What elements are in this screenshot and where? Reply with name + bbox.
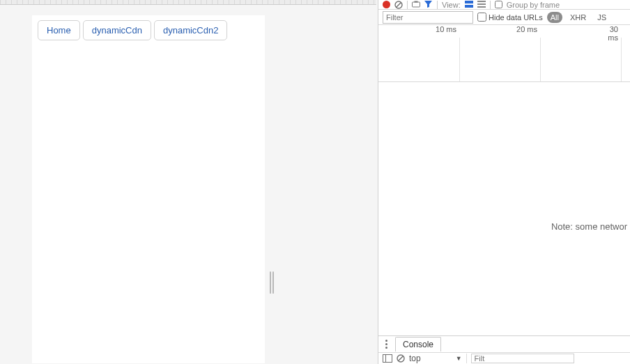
tab-console[interactable]: Console: [395, 337, 441, 351]
view-large-icon[interactable]: [465, 1, 473, 9]
record-icon[interactable]: [383, 1, 390, 8]
tab-dynamiccdn2[interactable]: dynamicCdn2: [154, 20, 228, 40]
context-label: top: [409, 354, 421, 363]
devtools-panel: View: Group by frame Hide data URLs All …: [378, 0, 630, 364]
view-label: View:: [442, 1, 461, 9]
network-toolbar: View: Group by frame: [378, 0, 630, 10]
hide-data-urls-label: Hide data URLs: [489, 13, 543, 22]
resize-handle[interactable]: [268, 271, 276, 294]
app-tabbar: Home dynamicCdn dynamicCdn2: [32, 15, 265, 40]
context-selector[interactable]: top ▼: [409, 354, 467, 363]
drawer-tabbar: Console: [378, 336, 630, 353]
svg-rect-7: [477, 3, 486, 5]
console-toolbar: top ▼: [378, 353, 630, 364]
separator: [437, 1, 438, 9]
hide-data-urls-checkbox[interactable]: [477, 13, 486, 22]
chevron-down-icon: ▼: [456, 355, 462, 362]
group-by-frame-label: Group by frame: [507, 1, 560, 9]
tab-dynamiccdn[interactable]: dynamicCdn: [83, 20, 151, 40]
hide-data-urls[interactable]: Hide data URLs: [477, 13, 543, 22]
svg-rect-4: [465, 1, 473, 3]
preview-pane: Home dynamicCdn dynamicCdn2: [32, 15, 265, 363]
camera-icon[interactable]: [412, 1, 420, 9]
filter-icon[interactable]: [424, 1, 433, 9]
timeline-gridline: [459, 38, 460, 81]
note-text: Note: some networ: [551, 221, 627, 232]
svg-rect-2: [413, 2, 420, 7]
svg-line-1: [397, 2, 401, 7]
timeline-tick: 30 ms: [606, 25, 618, 42]
timeline-tick: 10 ms: [436, 25, 456, 33]
sidebar-toggle-icon[interactable]: [383, 354, 392, 363]
network-timeline[interactable]: 10 ms 20 ms 30 ms: [378, 25, 630, 82]
console-filter-input[interactable]: [471, 354, 574, 363]
timeline-gridline: [621, 38, 622, 81]
view-small-icon[interactable]: [477, 1, 486, 9]
tab-home[interactable]: Home: [38, 20, 80, 40]
svg-rect-8: [477, 6, 486, 8]
timeline-tick: 20 ms: [516, 25, 537, 33]
ruler-top: [0, 0, 376, 5]
filter-pill-all[interactable]: All: [547, 12, 562, 23]
network-filterbar: Hide data URLs All XHR JS: [378, 10, 630, 25]
svg-rect-3: [415, 1, 418, 2]
filter-pill-js[interactable]: JS: [594, 12, 610, 23]
console-drawer: Console top ▼: [378, 335, 630, 364]
svg-rect-9: [383, 355, 392, 363]
clear-icon[interactable]: [394, 1, 403, 9]
timeline-gridline: [540, 38, 541, 81]
svg-rect-5: [465, 5, 473, 8]
network-waterfall: Note: some networ: [378, 82, 630, 337]
group-by-frame-checkbox[interactable]: [495, 1, 502, 8]
clear-console-icon[interactable]: [397, 354, 405, 363]
filter-pill-xhr[interactable]: XHR: [567, 12, 590, 23]
kebab-icon[interactable]: [381, 340, 391, 349]
svg-line-12: [399, 356, 404, 361]
separator: [407, 1, 408, 9]
filter-input[interactable]: [383, 11, 473, 24]
svg-rect-6: [477, 1, 486, 2]
separator: [490, 1, 491, 9]
